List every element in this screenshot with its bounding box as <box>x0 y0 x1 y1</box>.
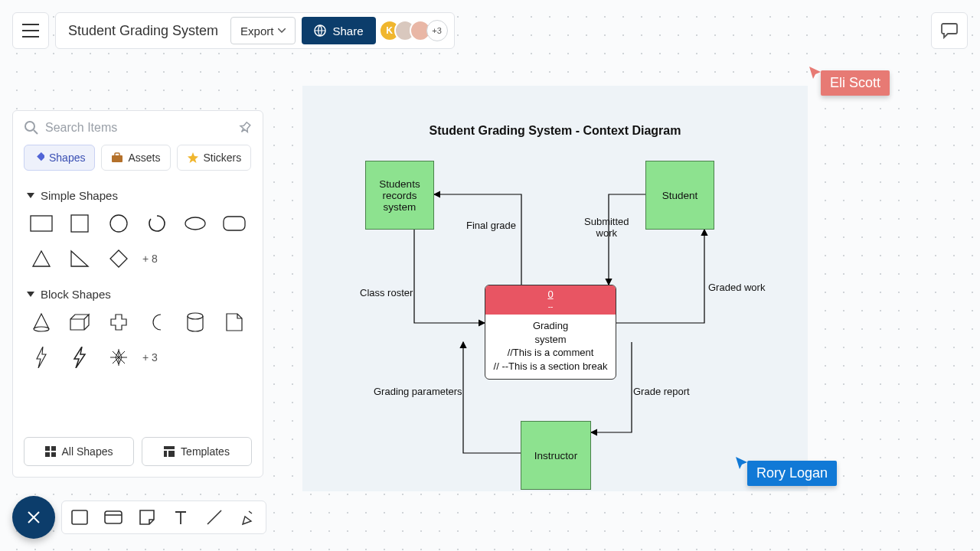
templates-label: Templates <box>181 445 230 458</box>
caret-down-icon <box>27 193 34 199</box>
shape-lightning[interactable] <box>27 345 56 370</box>
star-icon <box>187 152 199 164</box>
section-block-label: Block Shapes <box>41 288 111 301</box>
node-center-sub: -- <box>548 302 554 311</box>
section-block-shapes: Block Shapes + 3 <box>13 277 263 376</box>
shape-arc[interactable] <box>142 211 172 236</box>
caret-down-icon <box>27 292 34 298</box>
svg-line-22 <box>207 510 221 524</box>
svg-point-11 <box>188 313 203 319</box>
pin-icon[interactable] <box>238 121 252 135</box>
export-button[interactable]: Export <box>230 17 296 44</box>
close-fab[interactable] <box>12 496 55 539</box>
tool-text[interactable] <box>169 506 192 529</box>
svg-rect-14 <box>45 452 50 457</box>
cursor-label-rory: Rory Logan <box>747 461 837 486</box>
shape-lightning-bold[interactable] <box>65 345 94 370</box>
bottom-toolbar <box>12 496 266 539</box>
diamond-icon <box>34 152 44 163</box>
node-center-line: Grading <box>490 319 611 333</box>
tool-pen[interactable] <box>237 506 260 529</box>
svg-rect-16 <box>164 446 175 449</box>
cursor-rory: Rory Logan <box>735 456 837 486</box>
search-row <box>13 111 263 145</box>
tab-shapes[interactable]: Shapes <box>24 145 95 171</box>
diagram-canvas[interactable]: Student Grading System - Context Diagram… <box>302 86 808 491</box>
node-center-head: 0 -- <box>485 285 616 315</box>
all-shapes-label: All Shapes <box>62 445 113 458</box>
shape-cross[interactable] <box>104 310 133 334</box>
node-student[interactable]: Student <box>645 161 714 230</box>
shape-triangle[interactable] <box>27 246 56 271</box>
tab-assets-label: Assets <box>128 152 160 164</box>
shape-ellipse[interactable] <box>181 211 210 236</box>
shape-cone[interactable] <box>27 310 56 334</box>
tool-card[interactable] <box>102 506 125 529</box>
svg-rect-2 <box>37 152 44 161</box>
node-center-line: // --This is a section break <box>490 360 611 373</box>
node-center-num: 0 <box>547 289 553 300</box>
shape-cylinder[interactable] <box>181 310 210 334</box>
shape-circle[interactable] <box>104 211 133 236</box>
templates-icon <box>164 446 175 457</box>
section-simple-shapes: Simple Shapes + 8 <box>13 178 263 277</box>
shape-rectangle[interactable] <box>27 211 56 236</box>
panel-tabs: Shapes Assets Stickers <box>13 145 263 178</box>
edge-label-grading-params: Grading parameters <box>374 386 462 397</box>
svg-point-7 <box>110 215 127 232</box>
svg-rect-4 <box>115 153 119 156</box>
block-more-count[interactable]: + 3 <box>142 345 172 370</box>
search-input[interactable] <box>45 121 232 135</box>
briefcase-icon <box>111 152 123 163</box>
shape-rounded-rect[interactable] <box>220 211 249 236</box>
svg-rect-12 <box>45 446 50 451</box>
svg-rect-17 <box>164 451 167 457</box>
shape-square[interactable] <box>65 211 94 236</box>
main-menu-button[interactable] <box>12 12 49 49</box>
shape-right-triangle[interactable] <box>65 246 94 271</box>
section-head-block[interactable]: Block Shapes <box>27 288 249 301</box>
title-group: Student Grading System Export Share K +3 <box>55 12 455 49</box>
shape-note[interactable] <box>220 310 249 334</box>
svg-point-1 <box>25 122 34 131</box>
tool-line[interactable] <box>203 506 226 529</box>
svg-rect-20 <box>105 511 122 523</box>
search-icon <box>24 120 39 135</box>
shapes-panel: Shapes Assets Stickers Simple Shapes + 8 <box>12 110 263 478</box>
comment-icon <box>940 22 959 39</box>
templates-button[interactable]: Templates <box>142 437 252 466</box>
tab-assets[interactable]: Assets <box>101 145 170 171</box>
top-bar: Student Grading System Export Share K +3 <box>12 12 968 49</box>
tool-strip <box>61 500 266 534</box>
node-instructor[interactable]: Instructor <box>521 421 591 490</box>
document-title[interactable]: Student Grading System <box>68 23 230 39</box>
shape-diamond[interactable] <box>104 246 133 271</box>
simple-more-count[interactable]: + 8 <box>142 246 172 271</box>
edge-label-graded-work: Graded work <box>708 282 765 293</box>
svg-rect-9 <box>224 217 245 230</box>
section-head-simple[interactable]: Simple Shapes <box>27 189 249 202</box>
comments-button[interactable] <box>931 12 968 49</box>
edge-label-grade-report: Grade report <box>633 386 690 397</box>
chevron-down-icon <box>278 28 286 33</box>
node-grading-system[interactable]: 0 -- Grading system //This is a comment … <box>485 285 616 380</box>
tool-rectangle[interactable] <box>68 506 91 529</box>
export-label: Export <box>240 24 273 37</box>
shape-cube[interactable] <box>65 310 94 334</box>
avatar-more[interactable]: +3 <box>426 20 448 41</box>
shape-crescent[interactable] <box>142 310 172 334</box>
shape-burst[interactable] <box>104 345 133 370</box>
tab-stickers[interactable]: Stickers <box>177 145 252 171</box>
share-label: Share <box>332 24 363 37</box>
node-records[interactable]: Students records system <box>365 161 434 230</box>
grid-icon <box>45 446 56 457</box>
share-button[interactable]: Share <box>302 17 375 44</box>
tool-sticky[interactable] <box>136 506 158 529</box>
hamburger-icon <box>22 24 39 37</box>
svg-point-8 <box>185 217 205 230</box>
cursor-label-eli: Eli Scott <box>821 70 890 96</box>
all-shapes-button[interactable]: All Shapes <box>24 437 134 466</box>
close-icon <box>26 510 41 525</box>
tab-shapes-label: Shapes <box>49 152 85 164</box>
node-center-line: //This is a comment <box>490 346 611 360</box>
